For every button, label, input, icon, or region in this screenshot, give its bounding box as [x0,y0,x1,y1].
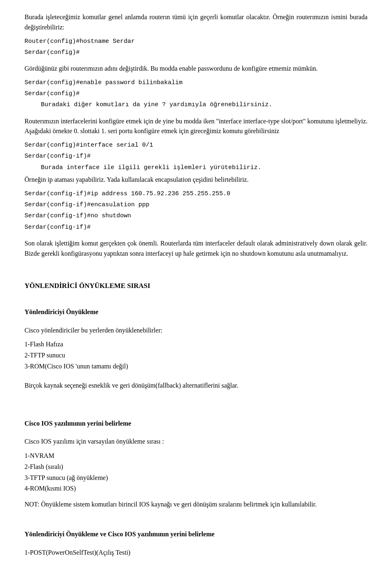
code-line-4: Serdar(config)# [24,89,368,98]
list-2: 1-NVRAM 2-Flash (sıralı) 3-TFTP sunucu (… [24,451,368,494]
paragraph-6: Cisco yönlendiriciler bu yerlerden önyük… [24,326,368,336]
list-2-item-4: 4-ROM(kısmi IOS) [24,484,368,494]
paragraph-5: Son olarak işlettiğim komut gerçekten ço… [24,239,368,259]
list-item-3: 3-ROM(Cisco IOS 'unun tamamı değil) [24,361,368,372]
paragraph-1: Burada işleteceğimiz komutlar genel anla… [24,12,368,33]
list-item-2: 2-TFTP sunucu [24,350,368,361]
paragraph-4: Örneğin ip ataması yapabiliriz. Yada kul… [24,175,368,185]
paragraph-3: Routerımızın interfacelerini konfigüre e… [24,116,368,137]
code-line-5: Serdar(config)#interface serial 0/1 [24,141,368,150]
subsection-2-title: Cisco IOS yazılımının yerini belirleme [24,419,368,429]
code-line-9: Serdar(config-if)#no shutdown [24,211,368,221]
code-line-3: Serdar(config)#enable password bilinbaka… [24,78,368,87]
list-2-item-2: 2-Flash (sıralı) [24,462,368,472]
subsection-1-title: Yönlendiriciyi Önyükleme [24,307,368,317]
list-2-item-1: 1-NVRAM [24,451,368,461]
list-1: 1-Flash Hafıza 2-TFTP sunucu 3-ROM(Cisco… [24,339,368,371]
code-line-6: Serdar(config-if)# [24,152,368,161]
code-line-8: Serdar(config-if)#encasulation ppp [24,200,368,210]
list-2-item-3: 3-TFTP sunucu (ağ önyükleme) [24,473,368,483]
code-line-4b: Buradaki diğer komutları da yine ? yardı… [41,100,368,109]
code-line-2: Serdar(config)# [24,48,368,57]
code-line-6b: Burada interface ile ilgili gerekli işle… [41,163,368,172]
code-line-10: Serdar(config-if)# [24,223,368,232]
section-1-title: YÖNLENDİRİCİ ÖNYÜKLEME SIRASI [24,281,368,291]
paragraph-2: Gördüğünüz gibi routerımızın adını değiş… [24,64,368,74]
subsection-3-title: Yönlendiriciyi Önyükleme ve Cisco IOS ya… [24,529,368,540]
code-line-1: Router(config)#hostname Serdar [24,37,368,46]
main-content: Burada işleteceğimiz komutlar genel anla… [24,12,368,558]
code-line-7: Serdar(config-if)#ip address 160.75.92.2… [24,189,368,199]
paragraph-7: Birçok kaynak seçeneği esneklik ve geri … [24,381,368,391]
list-item-1: 1-Flash Hafıza [24,339,368,350]
paragraph-9: NOT: Önyükleme sistem komutları birincil… [24,500,368,510]
paragraph-8: Cisco IOS yazılımı için varsayılan önyük… [24,437,368,447]
paragraph-10: 1-POST(PowerOnSelfTest)(Açılış Testi) [24,548,368,558]
